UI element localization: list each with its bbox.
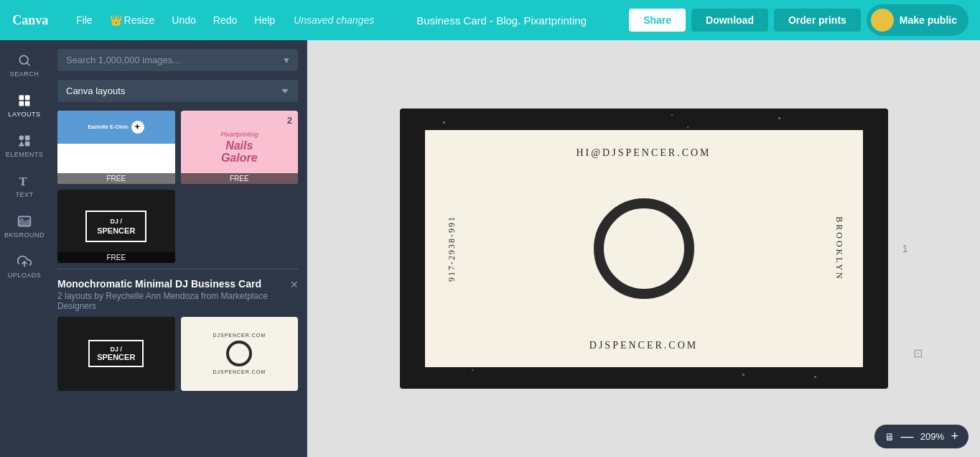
- sidebar-item-background[interactable]: BKGROUND: [0, 207, 49, 246]
- card-city: BROOKLYN: [834, 216, 844, 280]
- template-thumb-light[interactable]: DJSPENCER.COM DJSPENCER.COM: [181, 317, 299, 390]
- card-website: DJSPENCER.COM: [589, 340, 698, 351]
- icon-panel: SEARCH LAYOUTS ELEMENTS T TEXT: [0, 40, 49, 457]
- svg-rect-3: [19, 96, 24, 101]
- sidebar-item-uploads[interactable]: UPLOADS: [0, 247, 49, 286]
- sidebar: ▼ Canva layouts Eastville E-Clinic ✚: [49, 40, 307, 457]
- layout-thumb-eastville[interactable]: Eastville E-Clinic ✚ FREE: [57, 111, 175, 184]
- svg-rect-10: [25, 142, 30, 147]
- present-button[interactable]: 🖥: [885, 431, 895, 443]
- free-badge-dj: FREE: [57, 252, 175, 263]
- avatar: [871, 9, 894, 32]
- resize-menu[interactable]: 👑 Resize: [103, 10, 162, 30]
- section-divider: [57, 269, 298, 269]
- svg-point-7: [19, 136, 24, 141]
- topbar: Canva File 👑 Resize Undo Redo Help Unsav…: [0, 0, 980, 40]
- business-card-container: 1 ⊡ HI@DJSPENCER.COM 917-2: [400, 109, 888, 389]
- num-badge-nails: 2: [287, 115, 292, 126]
- card-inner: HI@DJSPENCER.COM 917-2938-991 BROOKLYN D…: [425, 130, 863, 367]
- template-subtitle: 2 layouts by Reychelle Ann Mendoza from …: [57, 291, 290, 311]
- share-button[interactable]: Share: [629, 9, 686, 32]
- sidebar-item-layouts[interactable]: LAYOUTS: [0, 86, 49, 125]
- document-title: Business Card - Blog. Pixartprinting: [383, 14, 620, 27]
- layouts-label: LAYOUTS: [9, 111, 41, 118]
- card-phone: 917-2938-991: [447, 216, 457, 282]
- order-prints-button[interactable]: Order prints: [774, 9, 861, 32]
- sidebar-item-elements[interactable]: ELEMENTS: [0, 126, 49, 165]
- search-dropdown-arrow[interactable]: ▼: [282, 55, 291, 65]
- layout-thumb-nails[interactable]: Pixartprinting NailsGalore 2 FREE: [181, 111, 299, 184]
- svg-text:T: T: [19, 175, 27, 188]
- zoom-value: 209%: [919, 431, 945, 442]
- svg-rect-8: [25, 136, 30, 141]
- crown-icon: 👑: [110, 14, 122, 26]
- search-container: ▼: [57, 49, 298, 71]
- topbar-menu: File 👑 Resize Undo Redo Help: [69, 10, 282, 30]
- text-icon: T: [17, 174, 32, 188]
- zoom-bar: 🖥 — 209% +: [874, 425, 969, 448]
- topbar-actions: Share Download Order prints Make public: [629, 4, 969, 36]
- template-header: Monochromatic Minimal DJ Business Card 2…: [57, 278, 298, 311]
- elements-label: ELEMENTS: [6, 151, 44, 158]
- unsaved-indicator: Unsaved changes: [294, 14, 374, 26]
- free-badge-eastville: FREE: [57, 173, 175, 184]
- search-icon: [17, 53, 32, 68]
- card-circle: [594, 198, 694, 299]
- layouts-dropdown[interactable]: Canva layouts: [57, 80, 298, 102]
- main-layout: SEARCH LAYOUTS ELEMENTS T TEXT: [0, 40, 980, 457]
- search-input[interactable]: [57, 49, 298, 71]
- page-number: 1: [902, 243, 908, 254]
- template-section: Monochromatic Minimal DJ Business Card 2…: [57, 275, 298, 393]
- layouts-grid: Eastville E-Clinic ✚ FREE Pixartprinting: [57, 111, 298, 263]
- free-badge-nails: FREE: [181, 173, 299, 184]
- card-email: HI@DJSPENCER.COM: [576, 147, 711, 159]
- help-menu[interactable]: Help: [247, 10, 282, 30]
- svg-rect-4: [25, 96, 30, 101]
- template-info: Monochromatic Minimal DJ Business Card 2…: [57, 278, 290, 311]
- sidebar-item-search[interactable]: SEARCH: [0, 46, 49, 85]
- search-label: SEARCH: [10, 70, 39, 78]
- svg-marker-9: [19, 142, 24, 147]
- zoom-in-button[interactable]: +: [951, 429, 958, 444]
- svg-line-2: [27, 63, 30, 66]
- resize-handle[interactable]: ⊡: [913, 346, 923, 360]
- make-public-button[interactable]: Make public: [867, 4, 969, 36]
- template-thumb-dark[interactable]: DJ / SPENCER: [57, 317, 175, 390]
- svg-point-1: [19, 55, 28, 64]
- business-card[interactable]: HI@DJSPENCER.COM 917-2938-991 BROOKLYN D…: [400, 109, 888, 389]
- download-button[interactable]: Download: [691, 9, 768, 32]
- undo-menu[interactable]: Undo: [164, 10, 202, 30]
- uploads-icon: [17, 254, 32, 269]
- redo-menu[interactable]: Redo: [206, 10, 244, 30]
- elements-icon: [17, 134, 32, 148]
- file-menu[interactable]: File: [69, 10, 100, 30]
- sidebar-item-text[interactable]: T TEXT: [0, 167, 49, 206]
- layouts-icon: [17, 93, 32, 108]
- text-label: TEXT: [15, 191, 33, 198]
- svg-rect-6: [25, 101, 30, 106]
- template-thumbs: DJ / SPENCER DJSPENCER.COM DJSPENCER.COM: [57, 317, 298, 390]
- dj-thumb-inner: DJ / SPENCER: [85, 211, 146, 242]
- uploads-label: UPLOADS: [8, 272, 42, 279]
- zoom-out-button[interactable]: —: [900, 429, 913, 444]
- template-title: Monochromatic Minimal DJ Business Card: [57, 278, 290, 290]
- svg-rect-5: [19, 101, 24, 106]
- canvas-area[interactable]: 1 ⊡ HI@DJSPENCER.COM 917-2: [307, 40, 980, 457]
- layout-thumb-dj[interactable]: DJ / SPENCER FREE: [57, 190, 175, 263]
- canva-logo[interactable]: Canva: [11, 10, 55, 30]
- background-label: BKGROUND: [4, 231, 45, 239]
- svg-text:Canva: Canva: [12, 13, 48, 27]
- background-icon: [17, 214, 32, 228]
- close-template-button[interactable]: ×: [290, 278, 298, 291]
